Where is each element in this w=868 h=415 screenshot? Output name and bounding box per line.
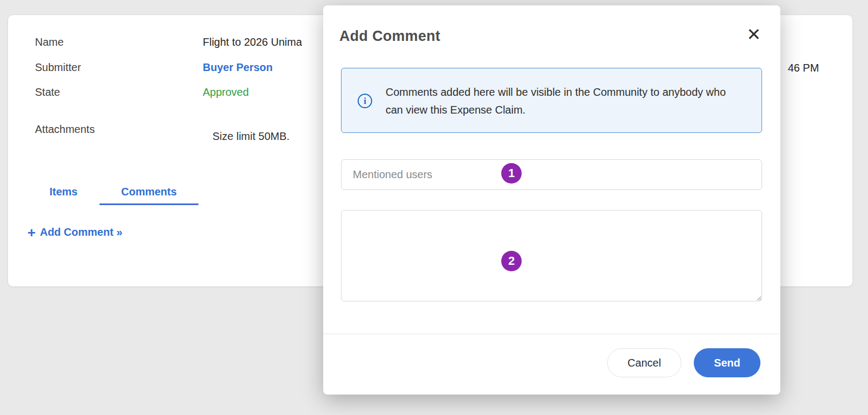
attachments-size-hint: Size limit 50MB. bbox=[212, 130, 289, 143]
send-button[interactable]: Send bbox=[694, 348, 760, 377]
field-label-state: State bbox=[35, 86, 60, 99]
mentioned-users-input[interactable] bbox=[341, 159, 762, 190]
alert-text: Comments added here will be visible in t… bbox=[386, 83, 730, 119]
timestamp-fragment: 46 PM bbox=[788, 62, 819, 74]
tab-bar: Items Comments bbox=[35, 180, 198, 205]
field-value-name: Flight to 2026 Unima bbox=[203, 36, 302, 48]
add-comment-label: Add Comment » bbox=[40, 226, 122, 238]
page-background: Name Flight to 2026 Unima Submitter Buye… bbox=[0, 0, 868, 415]
tab-comments[interactable]: Comments bbox=[99, 180, 198, 205]
cancel-button[interactable]: Cancel bbox=[607, 348, 681, 377]
modal-title: Add Comment bbox=[339, 28, 440, 45]
tab-items[interactable]: Items bbox=[35, 180, 92, 205]
step-badge-1: 1 bbox=[501, 163, 522, 184]
footer-divider bbox=[323, 334, 780, 334]
info-icon: i bbox=[358, 94, 372, 108]
comment-textarea[interactable] bbox=[341, 210, 762, 301]
add-comment-modal: Add Comment ✕ i Comments added here will… bbox=[323, 5, 780, 395]
submitter-link[interactable]: Buyer Person bbox=[203, 61, 273, 74]
add-comment-link[interactable]: + Add Comment » bbox=[27, 226, 123, 238]
info-alert: i Comments added here will be visible in… bbox=[341, 68, 762, 133]
state-status-text: Approved bbox=[203, 86, 249, 99]
step-badge-2: 2 bbox=[501, 251, 522, 271]
field-label-name: Name bbox=[35, 36, 63, 48]
field-label-submitter: Submitter bbox=[35, 61, 81, 74]
close-icon[interactable]: ✕ bbox=[746, 26, 761, 43]
plus-icon: + bbox=[27, 227, 35, 238]
field-label-attachments: Attachments bbox=[35, 123, 95, 136]
